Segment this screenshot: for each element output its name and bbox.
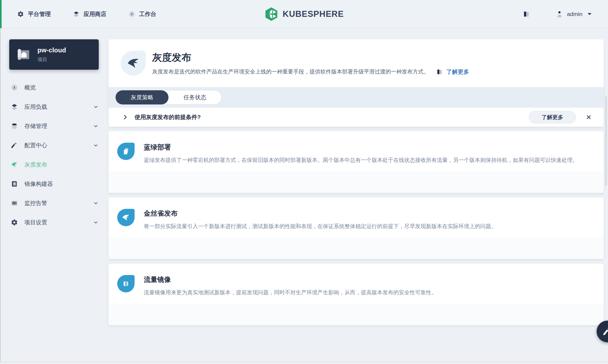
sidebar-item-project-settings[interactable]: 项目设置: [0, 213, 109, 232]
user-avatar-icon: [556, 11, 563, 18]
bird-icon: [11, 161, 18, 168]
sidebar-item-label: 镜像构建器: [24, 180, 53, 188]
sidebar-item-label: 概览: [24, 84, 36, 91]
top-nav-right: admin: [523, 11, 592, 18]
prerequisites-question: 使用灰度发布的前提条件?: [135, 113, 201, 121]
card-text: 蓝绿部署 蓝绿发布提供了一种零宕机的部署方式，在保留旧版本的同时部署新版本。两个…: [144, 143, 578, 164]
chevron-right-icon[interactable]: [122, 114, 129, 121]
nav-app-store-label: 应用商店: [84, 10, 106, 18]
card-text: 流量镜像 流量镜像用来更为真实地测试新版本，提前发现问题，同时不对生产环境产生影…: [144, 275, 437, 296]
strategy-card-traffic-mirroring[interactable]: 流量镜像 流量镜像用来更为真实地测试新版本，提前发现问题，同时不对生产环境产生影…: [109, 264, 604, 325]
project-type-label: 项目: [37, 56, 66, 63]
top-nav: 平台管理 应用商店 工作台: [0, 0, 608, 28]
sidebar-item-label: 存储管理: [24, 122, 47, 130]
sidebar-item-grayscale-release[interactable]: 灰度发布: [0, 155, 109, 174]
page-description-row: 灰度发布是迭代的软件产品在生产环境安全上线的一种重要手段，提供软件版本部署升级平…: [152, 68, 469, 76]
chevron-down-icon: [93, 142, 99, 148]
page-header: 灰度发布 灰度发布是迭代的软件产品在生产环境安全上线的一种重要手段，提供软件版本…: [109, 39, 604, 87]
sidebar-item-app-workloads[interactable]: 应用负载: [0, 97, 109, 116]
strategy-title: 金丝雀发布: [144, 209, 496, 218]
user-menu[interactable]: admin: [556, 11, 592, 18]
kubesphere-app: 平台管理 应用商店 工作台: [0, 0, 608, 364]
card-body: 蓝绿部署 蓝绿发布提供了一种零宕机的部署方式，在保留旧版本的同时部署新版本。两个…: [109, 131, 604, 164]
user-name: admin: [567, 11, 582, 17]
nav-app-store[interactable]: 应用商店: [73, 10, 106, 18]
nav-platform-management[interactable]: 平台管理: [17, 10, 51, 18]
tab-group: 灰度策略 任务状态: [115, 90, 222, 105]
card-footer: [109, 172, 604, 193]
prerequisites-banner: 使用灰度发布的前提条件? 了解更多: [109, 108, 604, 127]
scrollbar-thumb[interactable]: [605, 96, 607, 186]
kubesphere-logo[interactable]: KUBESPHERE: [264, 7, 344, 21]
strategy-description: 将一部分实际流量引入一个新版本进行测试，测试新版本的性能和表现，在保证系统整体稳…: [144, 223, 496, 230]
sidebar-item-label: 应用负载: [24, 103, 47, 111]
layers-icon: [73, 11, 79, 17]
learn-more-link-label: 了解更多: [446, 68, 469, 76]
window-bottom-edge: [0, 362, 608, 364]
brand-accent-strip: [0, 0, 2, 28]
main-content: 灰度发布 灰度发布是迭代的软件产品在生产环境安全上线的一种重要手段，提供软件版本…: [109, 28, 604, 325]
brand-name: KUBESPHERE: [283, 9, 344, 19]
learn-more-link[interactable]: 了解更多: [436, 68, 469, 76]
page-header-text: 灰度发布 灰度发布是迭代的软件产品在生产环境安全上线的一种重要手段，提供软件版本…: [152, 51, 469, 76]
sidebar-item-label: 灰度发布: [24, 161, 47, 168]
sidebar-item-monitoring-alerting[interactable]: 监控告警: [0, 193, 109, 213]
kubesphere-logo-icon: [264, 7, 278, 21]
page-description: 灰度发布是迭代的软件产品在生产环境安全上线的一种重要手段，提供软件版本部署升级平…: [152, 68, 429, 75]
gear-icon: [11, 219, 18, 226]
project-selector[interactable]: pw-cloud 项目: [9, 39, 99, 70]
chevron-down-icon: [93, 104, 99, 110]
page-title: 灰度发布: [152, 51, 469, 64]
sidebar-item-image-builder[interactable]: 镜像构建器: [0, 174, 109, 193]
banner-learn-more-button[interactable]: 了解更多: [529, 111, 576, 123]
nav-platform-label: 平台管理: [28, 10, 51, 18]
nav-workbench[interactable]: 工作台: [129, 10, 156, 18]
sidebar-menu: 概览 应用负载 存储管理: [0, 78, 109, 232]
image-builder-icon: [11, 180, 18, 187]
sidebar-item-label: 配置中心: [24, 142, 47, 149]
dashboard-icon: [11, 84, 18, 91]
traffic-mirror-icon: [117, 275, 135, 292]
strategy-card-blue-green[interactable]: 蓝绿部署 蓝绿发布提供了一种零宕机的部署方式，在保留旧版本的同时部署新版本。两个…: [109, 131, 604, 193]
project-icon: [16, 47, 31, 62]
card-footer: [109, 304, 604, 325]
caret-down-icon: [587, 12, 592, 16]
gear-icon: [17, 11, 24, 17]
sidebar: pw-cloud 项目 概览 应用负载: [0, 28, 109, 364]
database-icon: [11, 123, 18, 130]
sidebar-item-overview[interactable]: 概览: [0, 78, 109, 97]
chevron-down-icon: [93, 200, 99, 206]
sidebar-item-configuration[interactable]: 配置中心: [0, 136, 109, 155]
project-info: pw-cloud 项目: [37, 46, 66, 63]
canary-release-bird-icon: [117, 209, 135, 226]
tab-job-status[interactable]: 任务状态: [168, 90, 221, 104]
card-text: 金丝雀发布 将一部分实际流量引入一个新版本进行测试，测试新版本的性能和表现，在保…: [144, 209, 496, 230]
strategy-title: 蓝绿部署: [144, 143, 578, 152]
hammer-icon: [11, 142, 18, 149]
sidebar-item-label: 项目设置: [24, 219, 47, 226]
strategy-card-canary[interactable]: 金丝雀发布 将一部分实际流量引入一个新版本进行测试，测试新版本的性能和表现，在保…: [109, 197, 604, 259]
close-icon[interactable]: [585, 114, 592, 121]
book-icon: [436, 69, 443, 75]
chevron-down-icon: [93, 219, 99, 225]
grayscale-release-panel: 灰度发布 灰度发布是迭代的软件产品在生产环境安全上线的一种重要手段，提供软件版本…: [109, 39, 604, 127]
sidebar-item-storage[interactable]: 存储管理: [0, 116, 109, 136]
strategy-description: 流量镜像用来更为真实地测试新版本，提前发现问题，同时不对生产环境产生影响，从而，…: [144, 289, 437, 296]
card-footer: [109, 238, 604, 259]
strategy-description: 蓝绿发布提供了一种零宕机的部署方式，在保留旧版本的同时部署新版本。两个版本中总有…: [144, 157, 578, 164]
monitoring-icon: [11, 200, 18, 207]
card-body: 金丝雀发布 将一部分实际流量引入一个新版本进行测试，测试新版本的性能和表现，在保…: [109, 197, 604, 230]
tab-grayscale-strategies[interactable]: 灰度策略: [116, 90, 168, 104]
strategy-title: 流量镜像: [144, 275, 437, 284]
chevron-down-icon: [93, 123, 99, 129]
top-nav-links: 平台管理 应用商店 工作台: [17, 10, 156, 18]
sidebar-item-label: 监控告警: [24, 199, 47, 207]
project-name: pw-cloud: [37, 46, 66, 54]
blue-green-deployment-icon: [117, 143, 135, 160]
layers-icon: [11, 103, 18, 110]
card-body: 流量镜像 流量镜像用来更为真实地测试新版本，提前发现问题，同时不对生产环境产生影…: [109, 264, 604, 296]
documentation-book-icon[interactable]: [523, 11, 530, 18]
dashboard-icon: [129, 11, 135, 17]
nav-workbench-label: 工作台: [139, 10, 156, 18]
tab-bar: 灰度策略 任务状态: [109, 87, 604, 108]
